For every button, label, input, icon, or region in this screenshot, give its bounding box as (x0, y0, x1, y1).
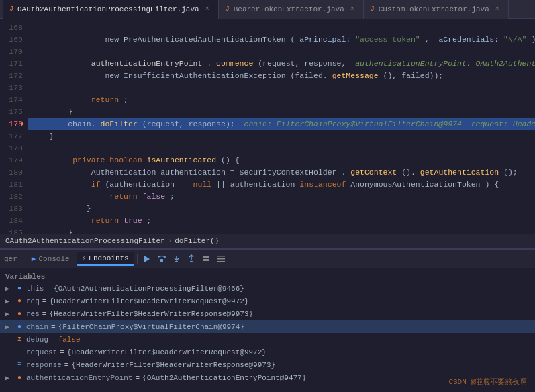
var-row-chain[interactable]: ▶ ● chain = {FilterChainProxy$VirtualFil… (0, 320, 535, 333)
expand-icon-res[interactable]: ▶ (5, 310, 15, 318)
code-line-170 (28, 46, 535, 58)
debug-btn-4[interactable] (185, 252, 198, 266)
ln-174: 174 (0, 94, 23, 106)
tab-label-1: OAuth2AuthenticationProcessingFilter.jav… (17, 5, 199, 13)
var-row-this[interactable]: ▶ ● this = {OAuth2AuthenticationProcessi… (0, 282, 535, 295)
type-icon-response: = (17, 361, 21, 369)
endpoints-icon: ⚡ (82, 254, 87, 262)
tab-oauth2[interactable]: J OAuth2AuthenticationProcessingFilter.j… (3, 0, 219, 19)
code-lines[interactable]: new PreAuthenticatedAuthenticationToken … (28, 19, 535, 234)
tab-close-3[interactable]: × (493, 5, 501, 13)
expand-icon-chain[interactable]: ▶ (5, 323, 15, 331)
code-line-171: authenticationEntryPoint . commence (req… (28, 58, 535, 70)
code-line-175: } (28, 106, 535, 118)
svg-marker-0 (144, 256, 150, 262)
debug-btn-6[interactable] (214, 252, 228, 266)
code-line-181: if (authentication == null || authentica… (28, 179, 535, 191)
debug-btn-2[interactable] (155, 252, 168, 266)
tab-label-2: BearerTokenExtractor.java (234, 5, 344, 13)
debug-label: ger (4, 255, 17, 263)
svg-rect-3 (190, 261, 193, 262)
watermark: CSDN @啦啦不要熬夜啊 (448, 377, 527, 387)
tab-console[interactable]: ▶ Console (26, 252, 75, 266)
debug-btn-3[interactable] (170, 252, 183, 266)
java-icon-3: J (371, 5, 375, 13)
expand-icon-response: ▶ (5, 361, 15, 369)
breadcrumb-separator: › (168, 237, 173, 245)
console-icon: ▶ (32, 254, 36, 263)
debug-panel: ger ▶ Console ⚡ Endpoints (0, 248, 535, 392)
type-icon-req: ● (17, 297, 21, 305)
type-icon-request: = (17, 348, 21, 356)
tab-close-1[interactable]: × (203, 5, 211, 13)
code-line-173 (28, 82, 535, 94)
var-val-debug: false (58, 336, 81, 344)
ln-172: 172 (0, 70, 23, 82)
java-icon-2: J (226, 5, 230, 13)
var-name-res: res (26, 310, 40, 318)
var-name-response: response (26, 361, 62, 369)
debug-btn-5[interactable] (199, 252, 213, 266)
code-line-185: } (28, 227, 535, 234)
tab-custom[interactable]: J CustomTokenExtractor.java × (364, 0, 509, 19)
tab-label-3: CustomTokenExtractor.java (379, 5, 489, 13)
toolbar-separator-1 (23, 254, 23, 264)
expand-icon-req[interactable]: ▶ (5, 297, 15, 305)
breadcrumb-bar: OAuth2AuthenticationProcessingFilter › d… (0, 234, 535, 248)
code-line-174: return ; (28, 94, 535, 106)
svg-rect-2 (175, 261, 178, 262)
ln-175: 175 (0, 106, 23, 118)
var-val-res: {HeaderWriterFilter$HeaderWriterResponse… (49, 310, 253, 318)
ln-183: 183 (0, 203, 23, 215)
var-row-res[interactable]: ▶ ● res = {HeaderWriterFilter$HeaderWrit… (0, 307, 535, 320)
console-label: Console (38, 255, 69, 263)
tab-bearer[interactable]: J BearerTokenExtractor.java × (219, 0, 364, 19)
ln-185: 185 (0, 227, 23, 234)
ln-170: 170 (0, 46, 23, 58)
ln-168: 168 (0, 21, 23, 34)
var-name-this: this (26, 285, 44, 293)
var-eq-debug: = (51, 336, 56, 344)
ln-178: 178 (0, 142, 23, 154)
editor-area: 168 169 170 171 172 173 174 175 176 177 … (0, 19, 535, 234)
svg-rect-8 (217, 261, 225, 262)
var-name-request: request (26, 348, 57, 356)
var-val-this: {OAuth2AuthenticationProcessingFilter@94… (54, 285, 244, 293)
var-eq-res: = (42, 310, 47, 318)
var-name-req: req (26, 297, 40, 305)
var-row-debug[interactable]: ▶ z debug = false (0, 333, 535, 346)
expand-icon-this[interactable]: ▶ (5, 285, 15, 293)
ln-173: 173 (0, 82, 23, 94)
var-name-aep: authenticationEntryPoint (26, 374, 132, 382)
endpoints-label: Endpoints (89, 254, 128, 262)
expand-icon-request: ▶ (5, 348, 15, 356)
ln-179: 179 (0, 154, 23, 166)
code-line-182: return false ; (28, 191, 535, 203)
type-icon-chain: ● (17, 323, 21, 330)
code-line-179: private boolean isAuthenticated () { (28, 154, 535, 166)
ln-182: 182 (0, 191, 23, 203)
code-line-168 (28, 21, 535, 34)
var-eq-req: = (42, 297, 47, 305)
var-eq-response: = (64, 361, 69, 369)
expand-icon-debug: ▶ (5, 336, 15, 344)
type-icon-aep: ● (17, 374, 21, 381)
tab-endpoints[interactable]: ⚡ Endpoints (77, 252, 134, 266)
ln-181: 181 (0, 179, 23, 191)
var-row-response[interactable]: ▶ = response = {HeaderWriterFilter$Heade… (0, 358, 535, 371)
svg-rect-1 (160, 259, 163, 262)
var-row-request[interactable]: ▶ = request = {HeaderWriterFilter$Header… (0, 346, 535, 358)
ln-184: 184 (0, 215, 23, 227)
var-eq-this: = (46, 285, 51, 293)
code-line-176: chain. doFilter (request, response); cha… (28, 118, 535, 130)
expand-icon-aep[interactable]: ▶ (5, 374, 15, 382)
breadcrumb-method: doFilter() (175, 237, 219, 245)
svg-rect-7 (217, 258, 225, 260)
ln-169: 169 (0, 34, 23, 46)
debug-btn-1[interactable] (140, 252, 154, 266)
var-row-req[interactable]: ▶ ● req = {HeaderWriterFilter$HeaderWrit… (0, 295, 535, 307)
var-val-request: {HeaderWriterFilter$HeaderWriterRequest@… (67, 348, 266, 356)
tab-close-2[interactable]: × (348, 5, 356, 13)
var-eq-chain: = (51, 323, 56, 331)
code-line-169: new PreAuthenticatedAuthenticationToken … (28, 34, 535, 46)
